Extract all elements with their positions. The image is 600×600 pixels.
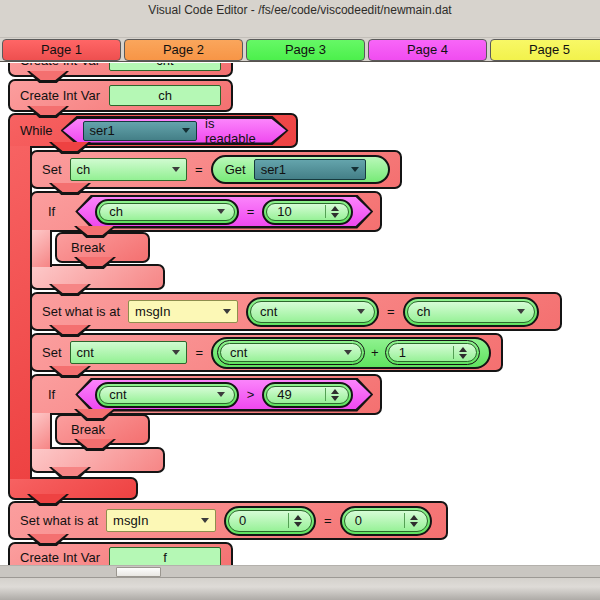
while-left-spine: [8, 146, 32, 479]
if-condition-hexagon[interactable]: cnt > 49: [75, 378, 373, 412]
if-left-spine: [30, 413, 52, 449]
value-pill-ch[interactable]: ch: [95, 199, 238, 225]
value-pill-ch[interactable]: ch: [403, 297, 539, 327]
get-keyword: Get: [225, 162, 246, 177]
block-label: Create Int Var: [20, 63, 100, 68]
while-bottom-arm: [8, 477, 138, 500]
visual-code-editor-window: Visual Code Editor - /fs/ee/code/viscode…: [0, 0, 600, 600]
spinner-value: 1: [399, 345, 406, 360]
block-create-int-var-cnt[interactable]: Create Int Var cnt: [8, 63, 233, 77]
spinner-value: 10: [277, 204, 291, 219]
spinner-up-icon[interactable]: [410, 515, 418, 520]
if-bottom-arm: [30, 447, 165, 473]
spinner-value: 0: [239, 513, 246, 528]
horizontal-scrollbar[interactable]: [0, 565, 600, 577]
window-title: Visual Code Editor - /fs/ee/code/viscode…: [0, 0, 600, 17]
spinner-up-icon[interactable]: [331, 389, 339, 394]
block-set-array-index-ch[interactable]: Set what is at msgIn cnt = ch: [30, 292, 562, 331]
block-break-2[interactable]: Break: [55, 414, 150, 445]
number-spinner[interactable]: [453, 346, 472, 359]
index-pill-cnt[interactable]: cnt: [246, 297, 379, 327]
if-keyword: If: [48, 387, 55, 402]
dropdown-value: ch: [417, 304, 431, 319]
tab-page-1[interactable]: Page 1: [2, 39, 121, 61]
spinner-up-icon[interactable]: [331, 206, 339, 211]
serial-source-dropdown[interactable]: ser1: [83, 121, 198, 141]
array-dropdown-msgin[interactable]: msgIn: [106, 509, 216, 532]
get-value-pill[interactable]: Get ser1: [211, 155, 390, 184]
dropdown-value: cnt: [109, 387, 126, 402]
dropdown-arrow-icon: [217, 392, 225, 397]
dropdown-arrow-icon: [517, 309, 525, 314]
var-name-field-ch[interactable]: ch: [109, 85, 221, 106]
array-dropdown-msgin[interactable]: msgIn: [128, 300, 238, 323]
set-variable-dropdown[interactable]: ch: [70, 158, 188, 181]
tab-page-2[interactable]: Page 2: [124, 39, 243, 61]
block-while[interactable]: While ser1 is readable: [8, 113, 298, 148]
operator-text: =: [324, 513, 332, 528]
spinner-down-icon[interactable]: [331, 213, 339, 218]
if-left-spine: [30, 230, 52, 267]
scrollbar-thumb[interactable]: [116, 567, 161, 577]
tab-page-3[interactable]: Page 3: [246, 39, 365, 61]
block-set-array-index-0[interactable]: Set what is at msgIn 0 =: [8, 501, 448, 540]
block-if-ch[interactable]: If ch = 10: [30, 191, 382, 232]
value-pill-0[interactable]: 0: [340, 506, 432, 536]
break-label: Break: [71, 240, 105, 255]
dropdown-arrow-icon: [223, 309, 231, 314]
number-pill-1[interactable]: 1: [385, 340, 480, 365]
set-what-keyword: Set what is at: [42, 304, 120, 319]
spinner-down-icon[interactable]: [459, 354, 467, 359]
dropdown-value: ch: [77, 162, 91, 177]
dropdown-arrow-icon: [172, 350, 180, 355]
number-pill-10[interactable]: 10: [262, 199, 353, 225]
block-set-cnt[interactable]: Set cnt = cnt + 1: [30, 333, 503, 372]
spinner-down-icon[interactable]: [294, 522, 302, 527]
spinner-down-icon[interactable]: [410, 522, 418, 527]
dropdown-value: cnt: [260, 304, 277, 319]
dropdown-arrow-icon: [351, 167, 359, 172]
operator-text: =: [247, 204, 255, 219]
block-create-int-var-f[interactable]: Create Int Var f: [8, 542, 233, 565]
block-if-cnt[interactable]: If cnt > 49: [30, 374, 382, 415]
block-set-ch[interactable]: Set ch = Get ser1: [30, 150, 402, 189]
number-pill-49[interactable]: 49: [262, 382, 353, 408]
var-name-field-cnt[interactable]: cnt: [109, 63, 221, 71]
set-keyword: Set: [42, 345, 62, 360]
dropdown-value: msgIn: [113, 513, 148, 528]
number-spinner[interactable]: [404, 513, 423, 529]
dropdown-value: ser1: [261, 162, 286, 177]
if-condition-hexagon[interactable]: ch = 10: [75, 195, 373, 229]
tab-page-4[interactable]: Page 4: [368, 39, 487, 61]
block-break-1[interactable]: Break: [55, 232, 150, 263]
block-create-int-var-ch[interactable]: Create Int Var ch: [8, 79, 233, 112]
tab-page-5[interactable]: Page 5: [490, 39, 600, 61]
condition-text: is readable: [205, 116, 266, 146]
block-label: Create Int Var: [20, 88, 100, 103]
set-variable-dropdown[interactable]: cnt: [70, 341, 188, 364]
expression-pill[interactable]: cnt + 1: [211, 337, 491, 369]
spinner-value: 49: [277, 387, 291, 402]
title-bar: Visual Code Editor - /fs/ee/code/viscode…: [0, 0, 600, 38]
spinner-down-icon[interactable]: [331, 396, 339, 401]
spinner-up-icon[interactable]: [294, 515, 302, 520]
number-spinner[interactable]: [325, 388, 344, 400]
number-spinner[interactable]: [288, 513, 307, 529]
value-pill-cnt[interactable]: cnt: [95, 382, 238, 408]
number-spinner[interactable]: [325, 205, 344, 217]
block-canvas[interactable]: Create Int Var cnt Create Int Var ch Whi…: [0, 63, 600, 565]
dropdown-value: ch: [109, 204, 123, 219]
operator-text: +: [371, 345, 379, 360]
index-pill-0[interactable]: 0: [224, 506, 316, 536]
spinner-up-icon[interactable]: [459, 347, 467, 352]
if-bottom-arm: [30, 264, 165, 290]
dropdown-arrow-icon: [344, 350, 352, 355]
dropdown-value: ser1: [90, 123, 115, 138]
var-name-field-f[interactable]: f: [109, 547, 221, 565]
spinner-value: 0: [355, 513, 362, 528]
value-pill-cnt[interactable]: cnt: [217, 340, 365, 365]
while-condition-hexagon[interactable]: ser1 is readable: [61, 116, 289, 145]
block-label: Create Int Var: [20, 550, 100, 565]
operator-text: =: [195, 345, 203, 360]
get-source-dropdown[interactable]: ser1: [254, 159, 366, 180]
